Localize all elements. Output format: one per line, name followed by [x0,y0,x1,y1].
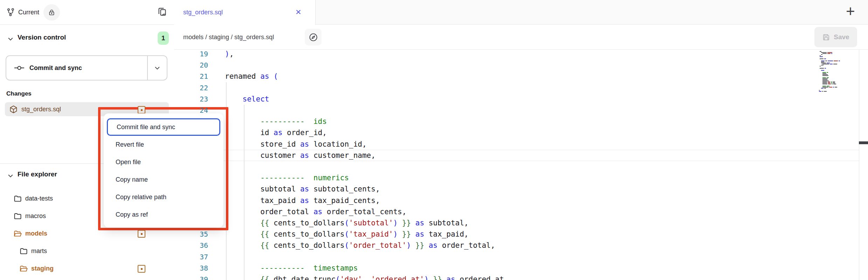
new-tab-button[interactable]: + [846,2,855,20]
branch-name: Current [18,0,39,24]
git-branch-icon [6,8,15,17]
context-menu-item-commit-file-and-sync[interactable]: Commit file and sync [107,118,220,136]
code-line-21: renamed as ( [225,71,278,82]
minimap-row [819,73,859,74]
explorer-item-label: staging [31,260,54,277]
minimap-row [819,54,859,55]
folder-icon [13,194,22,203]
code-line-30: ---------- numerics [225,172,349,184]
folder-open-icon [13,229,22,238]
code-line-38: ---------- timestamps [225,262,358,274]
minimap-row [819,55,859,56]
model-cube-icon [9,105,18,114]
minimap-row [819,61,859,61]
code-line-27: store_id as location_id, [225,139,367,150]
minimap-row [819,64,859,64]
code-line-19: ), [225,50,234,60]
lock-icon [48,9,55,16]
tab-close-icon[interactable]: ✕ [295,0,302,24]
minimap-row [819,69,859,70]
minimap-row [819,71,859,72]
line-number: 22 [174,82,208,94]
code-line-25: ---------- ids [225,116,327,127]
code-line-36: {{ cents_to_dollars('order_total') }} as… [225,240,495,251]
explorer-item-marts[interactable]: marts [0,242,174,260]
minimap-row [819,84,859,84]
folder-icon [13,212,22,220]
minimap-row [819,51,859,52]
code-line-26: id as order_id, [225,127,327,139]
save-button[interactable]: Save [814,27,857,47]
branch-header: Current [0,0,174,25]
line-number: 23 [174,93,208,105]
line-number: 36 [174,240,208,251]
minimap-row [819,72,859,73]
minimap-row [819,79,859,80]
context-menu-item-copy-relative-path[interactable]: Copy relative path [104,188,223,206]
panel-resize-handle[interactable] [859,141,868,144]
context-menu-item-copy-as-ref[interactable]: Copy as ref [104,206,223,223]
compass-icon [309,33,318,42]
explorer-item-label: macros [25,207,46,225]
context-menu-item-revert-file[interactable]: Revert file [104,136,223,153]
ide-window: Current Version control [0,0,868,280]
tab-label: stg_orders.sql [183,0,223,24]
minimap-row [819,83,859,83]
context-menu-item-open-file[interactable]: Open file [104,153,223,171]
changed-file-name: stg_orders.sql [21,106,61,113]
code-line-31: subtotal as subtotal_cents, [225,183,380,195]
minimap-row [819,85,859,85]
line-number: 21 [174,71,208,82]
explorer-item-staging[interactable]: staging [0,260,174,277]
minimap[interactable] [819,51,859,92]
line-number: 37 [174,251,208,263]
context-menu: Commit file and syncRevert fileOpen file… [104,113,223,227]
save-label: Save [834,33,849,41]
explorer-item-label: marts [31,242,47,260]
save-icon [822,33,830,41]
code-editor[interactable]: 1920212223242526272829303132333435363738… [174,50,868,280]
minimap-row [819,65,859,65]
tab-bar [315,0,868,24]
minimap-row [819,56,859,57]
line-number: 39 [174,274,208,280]
line-number: 20 [174,59,208,71]
minimap-row [819,52,859,53]
modified-indicator-icon [138,265,145,273]
minimap-row [819,90,859,91]
minimap-row [819,57,859,58]
minimap-row [819,76,859,77]
folder-icon [19,247,28,255]
minimap-row [819,82,859,82]
tab-stg-orders[interactable]: stg_orders.sql ✕ [174,0,316,25]
code-line-39: {{ dbt.date_trunc('day', 'ordered_at') }… [225,274,504,280]
code-line-23: select [225,93,269,105]
code-line-33: order_total as order_total_cents, [225,206,406,218]
branch-lock-badge [43,4,60,21]
minimap-row [819,58,859,59]
code-line-32: tax_paid as tax_paid_cents, [225,195,380,206]
copy-branch-icon[interactable] [157,6,167,17]
modified-indicator-icon [138,230,145,238]
breadcrumb: models / staging / stg_orders.sql [183,25,274,49]
lineage-compass-button[interactable] [305,29,322,46]
modified-indicator-icon [138,106,145,114]
file-explorer-title: File explorer [18,170,57,178]
context-menu-item-copy-name[interactable]: Copy name [104,171,223,188]
git-commit-icon [14,64,25,72]
minimap-row [819,74,859,75]
commit-options-dropdown[interactable] [147,56,167,80]
minimap-row [819,59,859,60]
commit-and-sync-button[interactable]: Commit and sync [6,55,167,80]
line-number: 38 [174,262,208,274]
minimap-row [819,88,859,89]
minimap-row [819,87,859,88]
minimap-row [819,77,859,78]
minimap-row [819,66,859,66]
code-line-35: {{ cents_to_dollars('tax_paid') }} as ta… [225,229,468,240]
explorer-item-label: data-tests [25,190,53,207]
code-line-28: customer as customer_name, [225,150,376,161]
minimap-row [819,78,859,79]
minimap-row [819,89,859,90]
version-control-title: Version control [18,34,66,41]
